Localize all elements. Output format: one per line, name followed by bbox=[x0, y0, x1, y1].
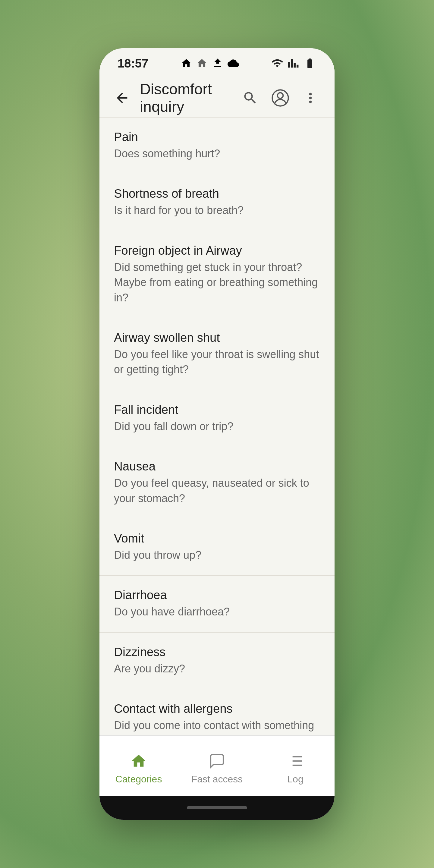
item-description: Are you dizzy? bbox=[114, 661, 320, 676]
list-item[interactable]: VomitDid you throw up? bbox=[99, 519, 335, 576]
item-title: Foreign object in Airway bbox=[114, 244, 320, 257]
nav-log[interactable]: Log bbox=[256, 747, 335, 785]
nav-categories-label: Categories bbox=[116, 774, 162, 785]
cloud-status-icon bbox=[227, 58, 239, 69]
phone-shell: 18:57 Discomfort inquiry bbox=[99, 48, 335, 820]
item-title: Fall incident bbox=[114, 403, 320, 416]
list-item[interactable]: Airway swollen shutDo you feel like your… bbox=[99, 318, 335, 390]
item-description: Do you feel queasy, nauseated or sick to… bbox=[114, 475, 320, 506]
chat-nav-icon bbox=[207, 751, 227, 771]
item-title: Pain bbox=[114, 130, 320, 144]
item-title: Vomit bbox=[114, 532, 320, 545]
home-indicator bbox=[99, 796, 335, 820]
item-title: Airway swollen shut bbox=[114, 331, 320, 344]
check-status-icon bbox=[212, 58, 223, 69]
nav-fast-access[interactable]: Fast access bbox=[178, 747, 256, 785]
profile-button[interactable] bbox=[268, 86, 292, 110]
list-item[interactable]: PainDoes something hurt? bbox=[99, 118, 335, 174]
item-description: Do you feel like your throat is swelling… bbox=[114, 347, 320, 377]
status-time: 18:57 bbox=[118, 57, 148, 70]
item-description: Did you fall down or trip? bbox=[114, 419, 320, 434]
item-description: Did you come into contact with something… bbox=[114, 718, 320, 735]
more-button[interactable] bbox=[299, 86, 322, 110]
status-left-icons bbox=[181, 58, 239, 69]
app-title: Discomfort inquiry bbox=[140, 81, 231, 116]
battery-icon bbox=[303, 58, 316, 69]
nav-fast-access-label: Fast access bbox=[191, 774, 243, 785]
home-status-icon bbox=[181, 58, 192, 69]
status-right-icons bbox=[271, 57, 316, 69]
item-description: Does something hurt? bbox=[114, 146, 320, 161]
list-item[interactable]: DizzinessAre you dizzy? bbox=[99, 632, 335, 689]
item-description: Did you throw up? bbox=[114, 548, 320, 563]
home2-status-icon bbox=[196, 58, 208, 69]
home-bar bbox=[187, 806, 247, 809]
list-item[interactable]: Contact with allergensDid you come into … bbox=[99, 689, 335, 735]
status-bar: 18:57 bbox=[99, 48, 335, 79]
item-title: Nausea bbox=[114, 460, 320, 473]
nav-log-label: Log bbox=[287, 774, 303, 785]
list-nav-icon bbox=[286, 751, 305, 771]
item-title: Shortness of breath bbox=[114, 187, 320, 200]
item-title: Diarrhoea bbox=[114, 588, 320, 602]
list-item[interactable]: NauseaDo you feel queasy, nauseated or s… bbox=[99, 447, 335, 519]
item-description: Did something get stuck in your throat? … bbox=[114, 260, 320, 305]
item-description: Do you have diarrhoea? bbox=[114, 604, 320, 619]
home-nav-icon bbox=[129, 751, 148, 771]
app-bar-actions bbox=[238, 86, 322, 110]
nav-categories[interactable]: Categories bbox=[99, 747, 178, 785]
app-bar: Discomfort inquiry bbox=[99, 79, 335, 118]
wifi-icon bbox=[271, 57, 283, 69]
item-title: Contact with allergens bbox=[114, 702, 320, 715]
list-item[interactable]: Foreign object in AirwayDid something ge… bbox=[99, 231, 335, 318]
bottom-nav: Categories Fast access Log bbox=[99, 735, 335, 796]
list-container: PainDoes something hurt?Shortness of bre… bbox=[99, 118, 335, 735]
list-item[interactable]: Fall incidentDid you fall down or trip? bbox=[99, 390, 335, 447]
signal-icon bbox=[287, 58, 299, 69]
svg-point-1 bbox=[278, 93, 283, 98]
discomfort-list: PainDoes something hurt?Shortness of bre… bbox=[99, 118, 335, 735]
list-item[interactable]: Shortness of breathIs it hard for you to… bbox=[99, 174, 335, 231]
list-item[interactable]: DiarrhoeaDo you have diarrhoea? bbox=[99, 576, 335, 632]
search-button[interactable] bbox=[238, 86, 262, 110]
back-button[interactable] bbox=[112, 87, 133, 108]
item-title: Dizziness bbox=[114, 645, 320, 659]
item-description: Is it hard for you to breath? bbox=[114, 203, 320, 218]
